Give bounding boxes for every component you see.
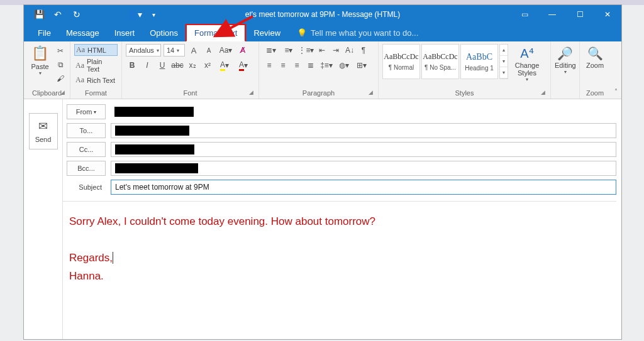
bold-button[interactable]: B <box>126 59 138 72</box>
zoom-button[interactable]: 🔍Zoom <box>584 44 606 69</box>
group-styles: AaBbCcDc¶ Normal AaBbCcDc¶ No Spa... AaB… <box>379 41 551 99</box>
find-icon: 🔎 <box>557 45 573 62</box>
header-fields: From ▾ To... Cc... Bcc... Subject Let's … <box>63 99 621 339</box>
outlook-message-window: 💾 ↶ ↻ 👤▾ ▾ et's meet tomorrow at 9PM - M… <box>23 4 622 340</box>
qat-customize-icon[interactable]: ▾ <box>145 6 162 23</box>
format-plain-text-button[interactable]: AaPlain Text <box>74 57 118 73</box>
ribbon: 📋 Paste ▾ ✂ ⧉ 🖌 Clipboard◢ AaAa HTMLHTML… <box>24 41 621 99</box>
highlight-color-icon[interactable]: A▾ <box>216 59 233 72</box>
group-editing: 🔎Editing▾ <box>551 41 580 99</box>
contact-icon[interactable]: 👤▾ <box>126 6 143 23</box>
tab-review[interactable]: Review <box>246 24 288 41</box>
collapse-ribbon-icon[interactable]: ˄ <box>610 41 621 99</box>
format-rich-text-button[interactable]: AaRich Text <box>74 75 118 85</box>
numbering-icon[interactable]: ≡▾ <box>280 44 297 57</box>
magnifier-icon: 🔍 <box>587 45 603 62</box>
from-value <box>111 104 616 119</box>
editing-button[interactable]: 🔎Editing▾ <box>555 44 576 75</box>
dialog-launcher-icon[interactable]: ◢ <box>541 89 545 95</box>
tab-message[interactable]: Message <box>58 24 107 41</box>
style-gallery-scroll[interactable]: ▴▾▾ <box>499 44 508 79</box>
underline-button[interactable]: U <box>156 59 169 72</box>
compose-area: ✉ Send From ▾ To... Cc... Bcc... <box>24 99 621 339</box>
line-spacing-icon[interactable]: ‡≡▾ <box>318 59 335 72</box>
tab-insert[interactable]: Insert <box>107 24 143 41</box>
redo-icon[interactable]: ↻ <box>68 6 86 23</box>
superscript-button[interactable]: x² <box>201 59 214 72</box>
cc-field[interactable] <box>111 142 616 157</box>
tell-me-search[interactable]: 💡 Tell me what you want to do... <box>297 24 418 41</box>
copy-icon[interactable]: ⧉ <box>55 59 66 70</box>
shading-icon[interactable]: ◍▾ <box>336 59 352 72</box>
message-body[interactable]: Sorry Alex, I couldn't come today evenin… <box>63 201 616 339</box>
subscript-button[interactable]: x₂ <box>186 59 199 72</box>
dialog-launcher-icon[interactable]: ◢ <box>369 89 373 95</box>
align-left-icon[interactable]: ≡ <box>263 59 275 72</box>
bcc-button[interactable]: Bcc... <box>67 161 106 176</box>
tab-format-text[interactable]: Format Text <box>186 24 246 42</box>
window-title: et's meet tomorrow at 9PM - Message (HTM… <box>245 10 400 19</box>
clear-formatting-icon[interactable]: A̸ <box>236 44 249 57</box>
group-clipboard: 📋 Paste ▾ ✂ ⧉ 🖌 Clipboard◢ <box>24 41 70 99</box>
paste-button[interactable]: 📋 Paste ▾ <box>28 44 52 76</box>
cut-icon[interactable]: ✂ <box>55 45 66 57</box>
borders-icon[interactable]: ⊞▾ <box>353 59 370 72</box>
justify-icon[interactable]: ≣ <box>304 59 317 72</box>
increase-indent-icon[interactable]: ⇥ <box>330 44 342 57</box>
quick-access-toolbar: 💾 ↶ ↻ 👤▾ ▾ <box>24 6 162 23</box>
send-pane: ✉ Send <box>24 99 63 339</box>
body-line-1: Sorry Alex, I couldn't come today evenin… <box>69 213 610 231</box>
align-center-icon[interactable]: ≡ <box>277 59 289 72</box>
body-regards: Regards, <box>69 249 610 268</box>
group-font: Andalus▾ 14▾ A A Aa▾ A̸ B I U abc x₂ x² <box>122 41 259 99</box>
subject-label: Subject <box>67 180 106 195</box>
dialog-launcher-icon[interactable]: ◢ <box>249 89 253 95</box>
font-size-combo[interactable]: 14▾ <box>164 44 185 57</box>
format-html-button[interactable]: AaAa HTMLHTML <box>74 44 118 56</box>
to-button[interactable]: To... <box>67 123 106 138</box>
save-icon[interactable]: 💾 <box>30 6 48 23</box>
close-button[interactable]: ✕ <box>594 5 621 24</box>
italic-button[interactable]: I <box>141 59 153 72</box>
body-signature: Hanna. <box>69 268 610 286</box>
bullets-icon[interactable]: ≣▾ <box>263 44 279 57</box>
change-styles-icon: A⁴ <box>520 45 533 62</box>
font-color-icon[interactable]: A▾ <box>235 59 252 72</box>
envelope-icon: ✉ <box>38 119 48 133</box>
font-name-combo[interactable]: Andalus▾ <box>126 44 161 57</box>
group-format: AaAa HTMLHTML AaPlain Text AaRich Text F… <box>70 41 122 99</box>
decrease-indent-icon[interactable]: ⇤ <box>316 44 328 57</box>
tab-file[interactable]: File <box>30 24 58 41</box>
change-case-icon[interactable]: Aa▾ <box>218 44 234 57</box>
show-marks-icon[interactable]: ¶ <box>357 44 370 57</box>
dialog-launcher-icon[interactable]: ◢ <box>60 89 65 95</box>
group-zoom: 🔍Zoom Zoom <box>580 41 610 99</box>
grow-font-icon[interactable]: A <box>187 44 200 57</box>
ribbon-display-options-icon[interactable]: ▭ <box>511 5 538 24</box>
multilevel-list-icon[interactable]: ⋮≡▾ <box>298 44 314 57</box>
tab-options[interactable]: Options <box>142 24 186 41</box>
change-styles-button[interactable]: A⁴ Change Styles ▾ <box>513 44 541 82</box>
title-bar: 💾 ↶ ↻ 👤▾ ▾ et's meet tomorrow at 9PM - M… <box>24 5 621 24</box>
sort-icon[interactable]: A↓ <box>343 44 356 57</box>
to-field[interactable] <box>111 123 616 138</box>
style-heading-1[interactable]: AaBbCHeading 1 <box>460 44 498 79</box>
cc-button[interactable]: Cc... <box>67 142 106 157</box>
style-no-spacing[interactable]: AaBbCcDc¶ No Spa... <box>421 44 459 79</box>
window-controls: ▭ — ☐ ✕ <box>511 5 621 24</box>
maximize-button[interactable]: ☐ <box>566 5 594 24</box>
group-paragraph: ≣▾ ≡▾ ⋮≡▾ ⇤ ⇥ A↓ ¶ ≡ ≡ ≡ ≣ ‡≡▾ ◍▾ <box>259 41 379 99</box>
from-button[interactable]: From ▾ <box>67 104 106 119</box>
minimize-button[interactable]: — <box>538 5 566 24</box>
bcc-field[interactable] <box>111 161 616 176</box>
undo-icon[interactable]: ↶ <box>49 6 67 23</box>
subject-field[interactable]: Let's meet tomorrow at 9PM <box>111 180 616 195</box>
ribbon-tabs: File Message Insert Options Format Text … <box>24 24 621 41</box>
shrink-font-icon[interactable]: A <box>203 44 215 57</box>
style-normal[interactable]: AaBbCcDc¶ Normal <box>382 44 420 79</box>
send-button[interactable]: ✉ Send <box>29 113 58 149</box>
align-right-icon[interactable]: ≡ <box>291 59 303 72</box>
strikethrough-button[interactable]: abc <box>171 59 184 72</box>
format-painter-icon[interactable]: 🖌 <box>55 73 66 84</box>
text-cursor <box>113 252 113 264</box>
